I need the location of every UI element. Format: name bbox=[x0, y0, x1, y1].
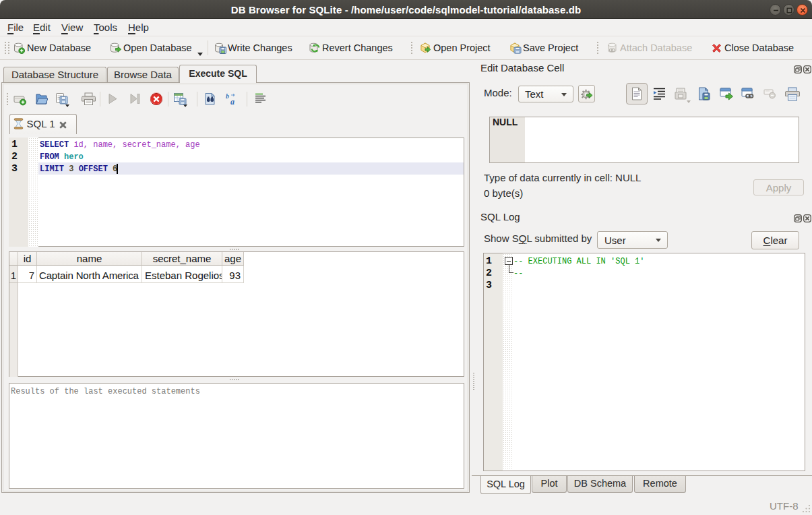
svg-text:b: b bbox=[226, 92, 229, 100]
svg-text:a: a bbox=[230, 97, 235, 106]
